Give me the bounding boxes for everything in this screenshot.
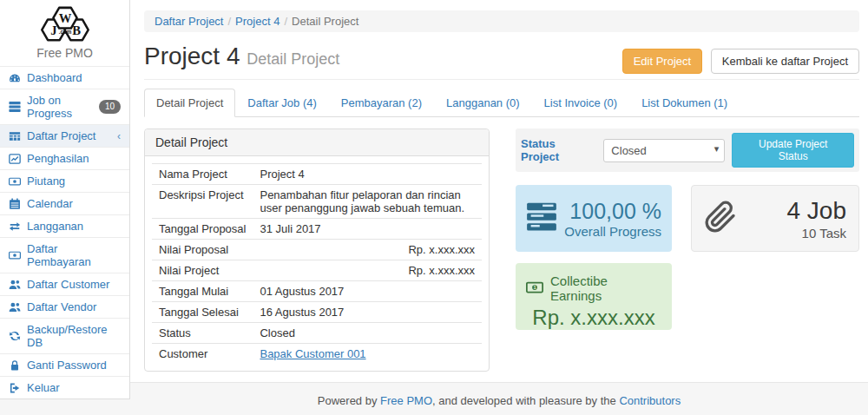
row-value: Rp. x.xxx.xxx	[253, 240, 482, 260]
customer-link[interactable]: Bapak Customer 001	[260, 347, 365, 360]
app-window: JWB .com Free PMO Dashboard Job on Progr…	[0, 0, 868, 415]
breadcrumb-daftar-project[interactable]: Daftar Project	[155, 15, 223, 28]
svg-text:W: W	[58, 11, 71, 25]
sidebar-item-label: Langganan	[27, 220, 83, 233]
sidebar-item-calendar[interactable]: Calendar	[0, 192, 129, 214]
table-icon	[9, 130, 21, 142]
row-label: Customer	[152, 344, 253, 365]
exchange-icon	[9, 221, 21, 233]
money-icon	[9, 175, 21, 188]
sidebar-item-label: Keluar	[27, 381, 60, 394]
status-select-wrapper: Closed	[603, 139, 725, 162]
sidebar-item-daftar-pembayaran[interactable]: Daftar Pembayaran	[0, 237, 129, 273]
earnings-title: Collectibe Earnings	[550, 273, 661, 303]
sidebar-item-dashboard[interactable]: Dashboard	[0, 66, 129, 89]
row-value: 01 Agustus 2017	[253, 281, 482, 302]
sidebar-item-keluar[interactable]: Keluar	[0, 376, 129, 399]
users-icon	[9, 279, 21, 291]
svg-text:J: J	[50, 23, 56, 37]
breadcrumb-project-4[interactable]: Project 4	[235, 15, 279, 28]
sidebar-item-piutang[interactable]: Piutang	[0, 169, 129, 192]
table-row: Status Closed	[152, 323, 482, 344]
collectible-earnings-box: 1 Collectibe Earnings Rp. x.xxx.xxx	[516, 263, 672, 330]
sidebar-item-label: Ganti Password	[27, 359, 107, 372]
table-row: Deskripsi Project Penambahan fitur pelap…	[152, 185, 482, 219]
sidebar-nav: Dashboard Job on Progress 10 Daftar Proj…	[0, 66, 129, 399]
job-task-text: 4 Job 10 Task	[787, 196, 847, 240]
back-to-list-button[interactable]: Kembali ke daftar Project	[711, 49, 859, 74]
svg-text:B: B	[72, 23, 81, 37]
sidebar-item-langganan[interactable]: Langganan	[0, 214, 129, 237]
table-row: Nama Project Project 4	[152, 164, 482, 185]
table-row: Tanggal Mulai 01 Agustus 2017	[152, 281, 482, 302]
sidebar-item-label: Penghasilan	[27, 152, 89, 165]
main-column: Daftar Project/Project 4/Detail Project …	[130, 0, 868, 415]
progress-caption: Overall Progress	[564, 224, 661, 239]
sidebar-item-label: Piutang	[27, 175, 65, 188]
footer: Powered by Free PMO, and developed with …	[130, 382, 868, 415]
progress-text: 100,00 % Overall Progress	[564, 198, 661, 239]
status-project-label: Status Project	[521, 137, 596, 163]
right-column: Status Project Closed Update Project Sta…	[516, 128, 859, 372]
job-count: 4 Job	[787, 196, 847, 226]
paperclip-icon	[704, 201, 737, 236]
dashboard-icon	[9, 72, 21, 84]
footer-text: , and developed with pleasure by the	[432, 394, 619, 407]
contributors-link[interactable]: Contributors	[619, 394, 681, 407]
tab-detail-project[interactable]: Detail Project	[144, 89, 235, 117]
detail-project-panel: Detail Project Nama Project Project 4 De…	[144, 128, 490, 372]
row-label: Tanggal Proposal	[152, 219, 253, 240]
overall-progress-box: 100,00 % Overall Progress	[516, 185, 672, 252]
sidebar: JWB .com Free PMO Dashboard Job on Progr…	[0, 0, 130, 399]
row-label: Status	[152, 323, 253, 344]
status-select[interactable]: Closed	[603, 139, 725, 162]
sidebar-item-label: Calendar	[27, 197, 73, 210]
sidebar-item-job-on-progress[interactable]: Job on Progress 10	[0, 89, 129, 124]
update-status-button[interactable]: Update Project Status	[732, 133, 854, 168]
row-value: Rp. x.xxx.xxx	[253, 260, 482, 281]
sidebar-item-penghasilan[interactable]: Penghasilan	[0, 147, 129, 169]
edit-project-button[interactable]: Edit Project	[622, 49, 702, 74]
panel-title: Detail Project	[145, 129, 489, 156]
page-header: Project 4 Detail Project Edit Project Ke…	[144, 41, 859, 80]
earnings-value: Rp. x.xxx.xxx	[526, 306, 661, 330]
banknote-icon: 1	[526, 279, 543, 299]
stat-boxes: 100,00 % Overall Progress 4 Job 10 Task	[516, 185, 859, 252]
project-tabs: Detail Project Daftar Job (4) Pembayaran…	[144, 89, 859, 117]
job-task-box: 4 Job 10 Task	[691, 185, 859, 252]
panel-body: Nama Project Project 4 Deskripsi Project…	[145, 156, 489, 371]
breadcrumb-separator: /	[279, 15, 292, 28]
tab-list-dokumen[interactable]: List Dokumen (1)	[629, 89, 740, 117]
sidebar-item-daftar-project[interactable]: Daftar Project ‹	[0, 124, 129, 147]
job-count-badge: 10	[99, 100, 121, 114]
row-value: 31 Juli 2017	[253, 219, 482, 240]
row-value: Project 4	[253, 164, 482, 185]
table-row: Customer Bapak Customer 001	[152, 344, 482, 365]
row-value: Penambahan fitur pelaporan dan rincian u…	[253, 185, 482, 219]
sidebar-item-ganti-password[interactable]: Ganti Password	[0, 353, 129, 376]
sidebar-item-label: Daftar Customer	[27, 278, 109, 291]
footer-text: Powered by	[318, 394, 380, 407]
project-title: Project 4	[144, 43, 240, 69]
sidebar-item-daftar-customer[interactable]: Daftar Customer	[0, 273, 129, 295]
row-label: Deskripsi Project	[152, 185, 253, 219]
sidebar-item-backup-restore[interactable]: Backup/Restore DB	[0, 318, 129, 353]
sidebar-item-daftar-vendor[interactable]: Daftar Vendor	[0, 295, 129, 318]
breadcrumb-current: Detail Project	[292, 15, 358, 28]
breadcrumb-separator: /	[223, 15, 235, 28]
free-pmo-link[interactable]: Free PMO	[380, 394, 432, 407]
row-value: 16 Agustus 2017	[253, 302, 482, 323]
brand-name: Free PMO	[0, 46, 129, 60]
brand-logo[interactable]: JWB .com	[25, 4, 105, 45]
earnings-header: 1 Collectibe Earnings	[526, 273, 661, 303]
table-row: Tanggal Proposal 31 Juli 2017	[152, 219, 482, 240]
tab-daftar-job[interactable]: Daftar Job (4)	[235, 89, 328, 117]
lock-icon	[9, 359, 21, 372]
money-icon	[9, 249, 21, 261]
row-value: Bapak Customer 001	[253, 344, 482, 365]
svg-text:.com: .com	[58, 29, 71, 35]
users-icon	[9, 301, 21, 313]
tab-langganan[interactable]: Langganan (0)	[434, 89, 532, 117]
tab-list-invoice[interactable]: List Invoice (0)	[532, 89, 630, 117]
tab-pembayaran[interactable]: Pembayaran (2)	[329, 89, 434, 117]
